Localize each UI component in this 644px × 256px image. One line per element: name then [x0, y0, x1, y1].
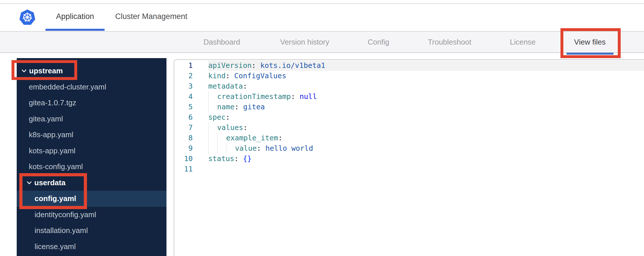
token-punct: :	[234, 103, 243, 111]
file-label: license.yaml	[35, 242, 76, 251]
code-line-9[interactable]: 9value: hello world	[174, 143, 644, 154]
file-label: identityconfig.yaml	[35, 210, 96, 219]
subnav-tab-config[interactable]: Config	[368, 38, 389, 47]
line-number: 1	[174, 60, 200, 71]
tab-cluster-management[interactable]: Cluster Management	[115, 4, 193, 29]
code-line-11[interactable]: 11	[174, 164, 644, 174]
file-item-kots-app.yaml[interactable]: kots-app.yaml	[17, 143, 166, 159]
line-number: 2	[174, 71, 200, 81]
view-files-underline	[567, 53, 613, 55]
line-number: 11	[174, 164, 200, 174]
subnav-tab-troubleshoot[interactable]: Troubleshoot	[428, 38, 471, 47]
indent-guide	[208, 143, 217, 154]
active-tab-underline	[46, 29, 105, 31]
file-label: embedded-cluster.yaml	[29, 83, 106, 91]
file-label: gitea-1.0.7.tgz	[29, 98, 76, 107]
kubernetes-logo	[19, 9, 36, 26]
token-punct: :	[243, 123, 247, 132]
token-str: kots.io/v1beta1	[260, 61, 325, 70]
token-str: hello world	[265, 144, 313, 152]
folder-label: upstream	[29, 66, 63, 75]
token-key: values	[217, 123, 243, 132]
line-number: 9	[174, 143, 200, 154]
indent-guide	[226, 143, 235, 154]
token-key: metadata	[208, 82, 243, 90]
token-keyword: null	[300, 92, 317, 101]
code-line-content: spec:	[208, 112, 644, 123]
token-punct: :	[278, 134, 283, 142]
line-number: 3	[174, 81, 200, 91]
code-line-10[interactable]: 10status: {}	[174, 154, 644, 164]
token-key: apiVersion	[208, 61, 252, 70]
file-item-installation.yaml[interactable]: installation.yaml	[17, 223, 166, 239]
app-subnav: DashboardVersion historyConfigTroublesho…	[0, 32, 644, 53]
token-punct: :	[226, 113, 230, 121]
code-area[interactable]: 1apiVersion: kots.io/v1beta12kind: Confi…	[174, 60, 644, 174]
code-line-5[interactable]: 5name: gitea	[174, 102, 644, 112]
token-key: status	[208, 154, 234, 163]
subnav-tab-license[interactable]: License	[510, 38, 536, 47]
token-key: kind	[208, 72, 226, 80]
line-number: 10	[174, 154, 200, 164]
code-line-7[interactable]: 7values:	[174, 123, 644, 133]
chevron-down-icon	[22, 69, 26, 72]
code-line-content: name: gitea	[208, 102, 644, 112]
folder-item-userdata[interactable]: userdata	[17, 175, 166, 191]
code-line-2[interactable]: 2kind: ConfigValues	[174, 71, 644, 81]
file-item-gitea.yaml[interactable]: gitea.yaml	[17, 111, 166, 127]
file-item-gitea-1.0.7.tgz[interactable]: gitea-1.0.7.tgz	[17, 95, 166, 111]
file-item-kots-config.yaml[interactable]: kots-config.yaml	[17, 159, 166, 175]
subnav-tab-version-history[interactable]: Version history	[280, 38, 329, 47]
line-number: 5	[174, 102, 200, 112]
token-punct: :	[234, 154, 243, 163]
code-line-3[interactable]: 3metadata:	[174, 81, 644, 91]
indent-guide	[208, 102, 217, 112]
token-str: ConfigValues	[234, 72, 286, 80]
line-number: 6	[174, 112, 200, 123]
subnav-tab-dashboard[interactable]: Dashboard	[203, 38, 240, 47]
folder-label: userdata	[34, 178, 65, 187]
code-line-content: creationTimestamp: null	[208, 91, 644, 102]
chevron-down-icon	[27, 181, 32, 184]
token-key: example_item	[226, 134, 278, 142]
code-line-content: value: hello world	[208, 143, 644, 154]
code-line-content: metadata:	[208, 81, 644, 91]
file-label: gitea.yaml	[29, 114, 63, 123]
code-line-content: values:	[208, 123, 644, 133]
app-header: Application Cluster Management	[0, 4, 644, 32]
token-key: value	[235, 144, 257, 152]
file-item-identityconfig.yaml[interactable]: identityconfig.yaml	[17, 207, 166, 223]
token-key: name	[217, 103, 234, 111]
line-number: 7	[174, 123, 200, 133]
file-tree: upstreamembedded-cluster.yamlgitea-1.0.7…	[17, 58, 166, 256]
file-label: kots-app.yaml	[29, 146, 75, 155]
token-punct: :	[252, 61, 260, 70]
folder-item-upstream[interactable]: upstream	[17, 63, 166, 79]
code-line-8[interactable]: 8example_item:	[174, 133, 644, 143]
code-line-content: kind: ConfigValues	[208, 71, 644, 81]
code-line-content: status: {}	[208, 154, 644, 164]
code-line-1[interactable]: 1apiVersion: kots.io/v1beta1	[174, 60, 644, 71]
token-key: spec	[208, 113, 226, 121]
file-item-embedded-cluster.yaml[interactable]: embedded-cluster.yaml	[17, 79, 166, 95]
file-item-license.yaml[interactable]: license.yaml	[17, 239, 166, 255]
code-line-content: apiVersion: kots.io/v1beta1	[208, 60, 644, 71]
indent-guide	[217, 133, 226, 143]
file-label: k8s-app.yaml	[29, 130, 73, 139]
subnav-tab-view-files[interactable]: View files	[574, 38, 605, 47]
indent-guide	[208, 91, 217, 102]
token-bracket: {}	[243, 154, 251, 163]
token-punct: :	[291, 92, 300, 101]
file-label: config.yaml	[35, 194, 76, 203]
token-key: creationTimestamp	[217, 92, 291, 101]
indent-guide	[208, 123, 217, 133]
file-item-k8s-app.yaml[interactable]: k8s-app.yaml	[17, 127, 166, 143]
code-line-4[interactable]: 4creationTimestamp: null	[174, 91, 644, 102]
code-line-6[interactable]: 6spec:	[174, 112, 644, 123]
code-line-content	[208, 164, 644, 174]
tab-application[interactable]: Application	[41, 4, 109, 29]
token-punct: :	[226, 72, 234, 80]
file-item-config.yaml[interactable]: config.yaml	[17, 191, 166, 207]
file-viewer[interactable]: 1apiVersion: kots.io/v1beta12kind: Confi…	[174, 59, 644, 256]
token-str: gitea	[243, 103, 265, 111]
